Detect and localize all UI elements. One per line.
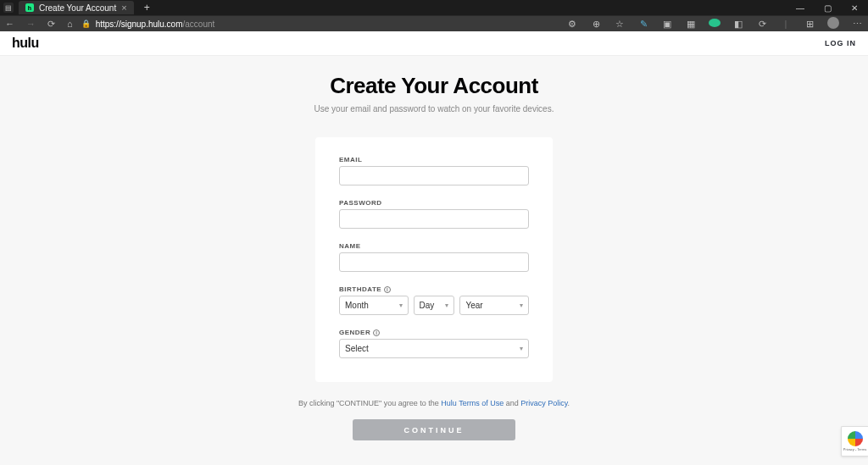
url-path: /account	[183, 19, 215, 29]
reload-button[interactable]: ⟳	[47, 19, 55, 30]
continue-button[interactable]: CONTINUE	[353, 419, 515, 440]
profile-avatar-icon[interactable]	[827, 17, 839, 30]
site-topbar: hulu LOG IN	[0, 31, 868, 56]
translate-icon[interactable]: ☆	[614, 19, 626, 30]
more-icon[interactable]: ⋯	[851, 19, 863, 30]
birthdate-field-group: BIRTHDATE i Month▾ Day▾ Year▾	[339, 285, 529, 315]
password-field-group: PASSWORD	[339, 199, 529, 229]
page-title: Create Your Account	[0, 73, 868, 99]
legal-text: By clicking "CONTINUE" you agree to the …	[0, 399, 868, 407]
ext3-icon[interactable]: ◧	[732, 19, 744, 30]
refresh2-icon[interactable]: ⟳	[756, 19, 768, 30]
email-input[interactable]	[339, 166, 529, 185]
recaptcha-badge[interactable]: Privacy - Terms	[841, 426, 868, 457]
recaptcha-icon	[848, 431, 863, 446]
email-label: EMAIL	[339, 156, 529, 163]
minimize-button[interactable]: —	[787, 3, 814, 13]
signup-form: EMAIL PASSWORD NAME BIRTHDATE i Month▾ D…	[315, 137, 553, 382]
window-controls: — ▢ ✕	[787, 3, 868, 13]
search-icon[interactable]: ⊕	[590, 19, 602, 30]
url-host: https://signup.hulu.com	[96, 19, 183, 29]
privacy-link[interactable]: Privacy Policy	[520, 399, 567, 407]
birthdate-row: Month▾ Day▾ Year▾	[339, 296, 529, 315]
page-subtitle: Use your email and password to watch on …	[0, 104, 868, 113]
gender-label: GENDER i	[339, 329, 529, 336]
green-dot-icon[interactable]	[709, 19, 721, 29]
name-label: NAME	[339, 242, 529, 250]
name-field-group: NAME	[339, 242, 529, 272]
app-menu-icon[interactable]: ▤	[3, 3, 14, 13]
close-tab-icon[interactable]: ×	[121, 3, 126, 13]
favorites-icon[interactable]: ⊞	[804, 19, 815, 30]
birthdate-label: BIRTHDATE i	[339, 285, 529, 293]
hulu-favicon-icon: h	[25, 3, 34, 12]
hulu-logo[interactable]: hulu	[12, 36, 39, 51]
lock-icon: 🔒	[81, 19, 91, 28]
url-box[interactable]: 🔒 https://signup.hulu.com/account	[81, 19, 215, 29]
tab-strip: ▤ h Create Your Account × +	[0, 0, 155, 15]
password-input[interactable]	[339, 209, 529, 229]
page-content: hulu LOG IN Create Your Account Use your…	[0, 31, 868, 465]
toolbar-right-icons: ⚙ ⊕ ☆ ✎ ▣ ▦ ◧ ⟳ | ⊞ ⋯	[566, 17, 863, 30]
chevron-down-icon: ▾	[520, 302, 523, 309]
gender-field-group: GENDER i Select▾	[339, 329, 529, 358]
new-tab-button[interactable]: +	[139, 2, 155, 14]
chevron-down-icon: ▾	[399, 302, 403, 309]
terms-link[interactable]: Hulu Terms of Use	[441, 399, 504, 407]
email-field-group: EMAIL	[339, 156, 529, 185]
login-link[interactable]: LOG IN	[825, 39, 856, 47]
name-input[interactable]	[339, 252, 529, 272]
ext2-icon[interactable]: ▦	[685, 19, 697, 30]
info-icon[interactable]: i	[384, 286, 391, 293]
divider: |	[780, 19, 792, 29]
extension-icon[interactable]: ⚙	[566, 19, 578, 30]
chevron-down-icon: ▾	[445, 302, 448, 309]
close-window-button[interactable]: ✕	[841, 3, 868, 13]
password-label: PASSWORD	[339, 199, 529, 207]
reader-icon[interactable]: ✎	[637, 19, 649, 30]
info-icon[interactable]: i	[373, 329, 380, 336]
nav-icons: ← → ⟳ ⌂	[5, 19, 73, 30]
tab-title: Create Your Account	[39, 3, 116, 13]
back-button[interactable]: ←	[5, 19, 14, 29]
month-select[interactable]: Month▾	[339, 296, 409, 315]
day-select[interactable]: Day▾	[414, 296, 455, 315]
address-bar: ← → ⟳ ⌂ 🔒 https://signup.hulu.com/accoun…	[0, 15, 868, 31]
forward-button[interactable]: →	[26, 19, 36, 29]
headline-section: Create Your Account Use your email and p…	[0, 56, 868, 113]
browser-tab[interactable]: h Create Your Account ×	[19, 1, 134, 14]
browser-titlebar: ▤ h Create Your Account × + — ▢ ✕	[0, 0, 868, 15]
maximize-button[interactable]: ▢	[814, 3, 841, 13]
collections-icon[interactable]: ▣	[661, 19, 673, 30]
chevron-down-icon: ▾	[520, 345, 523, 352]
gender-select[interactable]: Select▾	[339, 339, 529, 358]
year-select[interactable]: Year▾	[459, 296, 529, 315]
home-button[interactable]: ⌂	[67, 19, 73, 29]
